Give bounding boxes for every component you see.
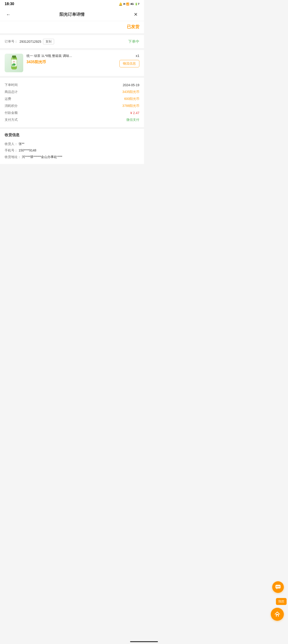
- nav-bar: ← 阳光订单详情 ✕: [0, 8, 144, 21]
- shipping-title: 收货信息: [5, 133, 139, 138]
- detail-value-time: 2024-05-19: [123, 83, 139, 87]
- detail-label-time: 下单时间: [5, 83, 18, 87]
- page-title: 阳光订单详情: [60, 12, 84, 17]
- notification-icon: 🔔: [119, 2, 122, 6]
- detail-label-total: 商品总计: [5, 90, 18, 94]
- detail-value-paymethod: 微信支付: [126, 118, 139, 122]
- order-detail-section: 下单时间 2024-05-19 商品总计 3435阳光币 运费 600阳光币 消…: [0, 78, 144, 127]
- back-button[interactable]: ←: [5, 11, 12, 18]
- order-number-section: 订单号： 293120712925 复制 下单中: [0, 35, 144, 48]
- bottom-space: [0, 166, 144, 236]
- shipping-row-name: 收货人： 张**: [5, 141, 139, 147]
- product-section: JD 统一 绿茶 1L*8瓶 整箱装 调味... 3435阳光币 x1 物流信息: [0, 50, 144, 76]
- battery-icon: 🔋7: [135, 2, 139, 6]
- detail-row-total: 商品总计 3435阳光币: [5, 88, 139, 96]
- shipping-value-name: 张**: [18, 142, 24, 146]
- detail-label-shipping: 运费: [5, 97, 11, 101]
- placing-status: 下单中: [128, 39, 139, 44]
- shipping-row-phone: 手机号： 150****9148: [5, 147, 139, 154]
- order-status-bar: 已发货: [0, 21, 144, 33]
- detail-row-paymethod: 支付方式 微信支付: [5, 116, 139, 123]
- product-info: 统一 绿茶 1L*8瓶 整箱装 调味... 3435阳光币: [26, 54, 116, 64]
- shipping-section: 收货信息 收货人： 张** 手机号： 150****9148 收货地址： 河**…: [0, 129, 144, 164]
- order-number-label: 订单号：: [5, 40, 18, 44]
- product-image: JD: [5, 54, 23, 72]
- detail-label-paymethod: 支付方式: [5, 118, 18, 122]
- order-number-left: 订单号： 293120712925 复制: [5, 39, 54, 44]
- close-button[interactable]: ✕: [132, 11, 139, 18]
- product-right: x1 物流信息: [120, 54, 139, 67]
- detail-value-total: 3435阳光币: [122, 90, 139, 94]
- product-name: 统一 绿茶 1L*8瓶 整箱装 调味...: [26, 54, 116, 58]
- status-time: 18:30: [5, 2, 14, 6]
- detail-label-points: 消耗积分: [5, 104, 18, 108]
- detail-value-shipping: 600阳光币: [124, 97, 139, 101]
- shipping-value-address: 河****驿******金山办事处****: [22, 155, 62, 159]
- detail-row-points: 消耗积分 3788阳光币: [5, 102, 139, 110]
- svg-text:JD: JD: [13, 61, 15, 62]
- mobile-signal-icon: 4G: [130, 2, 134, 5]
- shipping-label-phone: 手机号：: [5, 148, 18, 153]
- detail-value-payment: ¥ 2.47: [130, 111, 139, 115]
- detail-row-payment: 付款金额 ¥ 2.47: [5, 110, 139, 116]
- detail-row-shipping: 运费 600阳光币: [5, 96, 139, 102]
- order-status-text: 已发货: [127, 24, 139, 30]
- wifi-icon: 📶: [126, 2, 129, 6]
- detail-label-payment: 付款金额: [5, 111, 18, 115]
- order-number-value: 293120712925: [20, 40, 41, 44]
- detail-value-points: 3788阳光币: [122, 104, 139, 108]
- status-icons: 🔔 H 📶 4G 🔋7: [119, 2, 139, 6]
- shipping-label-address: 收货地址：: [5, 155, 21, 159]
- copy-button[interactable]: 复制: [43, 39, 54, 44]
- detail-row-time: 下单时间 2024-05-19: [5, 82, 139, 88]
- status-bar: 18:30 🔔 H 📶 4G 🔋7: [0, 0, 144, 8]
- product-price: 3435阳光币: [26, 60, 116, 64]
- logistics-button[interactable]: 物流信息: [120, 60, 139, 67]
- svg-point-5: [12, 64, 14, 66]
- shipping-label-name: 收货人：: [5, 142, 18, 146]
- signal-icon: H: [123, 2, 125, 5]
- product-qty: x1: [136, 54, 139, 58]
- shipping-value-phone: 150****9148: [18, 148, 36, 152]
- svg-rect-6: [12, 57, 13, 62]
- shipping-row-address: 收货地址： 河****驿******金山办事处****: [5, 154, 139, 160]
